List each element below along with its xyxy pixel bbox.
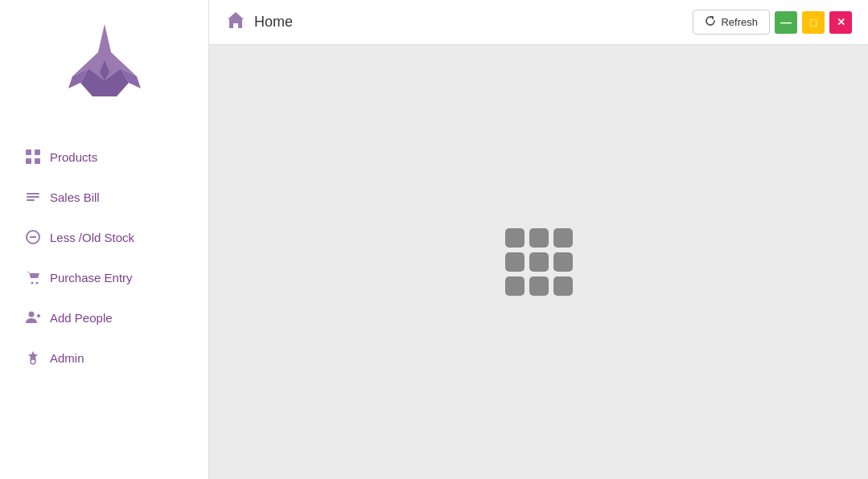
add-people-icon [24,309,42,326]
spinner-dot-6 [553,252,573,272]
sidebar-item-purchase-entry-label: Purchase Entry [50,271,133,285]
svg-rect-9 [35,158,40,164]
sidebar-item-products[interactable]: Products [8,137,200,177]
refresh-icon [705,15,716,29]
close-icon: ✕ [837,16,845,28]
svg-point-16 [36,282,39,285]
sidebar: Products Sales Bill Less /Old Stock [0,0,209,479]
sidebar-item-sales-bill[interactable]: Sales Bill [8,177,200,217]
refresh-button[interactable]: Refresh [693,10,770,35]
svg-rect-6 [26,149,31,155]
close-button[interactable]: ✕ [829,11,852,34]
spinner-dot-4 [505,252,525,272]
minimize-icon: — [780,16,792,29]
nav-menu: Products Sales Bill Less /Old Stock [0,137,208,378]
spinner-dot-2 [529,228,549,248]
spinner-dot-9 [553,276,573,296]
spinner-dot-3 [553,228,573,248]
svg-rect-7 [35,149,40,155]
products-icon [24,148,42,166]
loading-spinner [505,228,573,296]
svg-point-15 [31,282,34,285]
svg-marker-21 [228,12,244,28]
sidebar-item-add-people[interactable]: Add People [8,297,200,338]
maximize-icon: □ [810,16,817,29]
refresh-label: Refresh [721,16,758,28]
sidebar-item-admin[interactable]: Admin [8,338,200,378]
purchase-entry-icon [24,268,42,286]
spinner-dot-8 [529,276,549,296]
less-old-stock-icon [24,228,42,246]
admin-icon [24,349,42,366]
svg-point-17 [29,312,35,317]
sidebar-item-sales-bill-label: Sales Bill [50,190,100,204]
spinner-dot-7 [505,276,525,296]
svg-rect-10 [27,193,39,194]
svg-rect-12 [27,199,35,201]
svg-rect-11 [27,196,39,198]
sidebar-item-admin-label: Admin [50,351,84,365]
spinner-dot-5 [529,252,549,272]
sidebar-item-less-old-stock[interactable]: Less /Old Stock [8,217,200,257]
minimize-button[interactable]: — [775,11,797,34]
spinner-dot-1 [505,228,525,248]
sidebar-item-products-label: Products [50,150,97,164]
sidebar-item-less-old-stock-label: Less /Old Stock [50,231,134,244]
home-icon [225,10,246,35]
logo [56,16,153,113]
sidebar-item-add-people-label: Add People [50,311,113,325]
svg-point-20 [31,359,35,364]
sidebar-item-purchase-entry[interactable]: Purchase Entry [8,257,200,297]
svg-rect-8 [26,158,31,164]
svg-marker-0 [98,24,111,52]
maximize-button[interactable]: □ [802,11,825,34]
sales-bill-icon [24,188,42,206]
page-title: Home [254,14,293,31]
header: Home Refresh — □ ✕ [209,0,868,45]
header-left: Home [225,10,293,35]
content-area [209,45,868,479]
main-area: Home Refresh — □ ✕ [209,0,868,479]
header-controls: Refresh — □ ✕ [693,10,852,35]
